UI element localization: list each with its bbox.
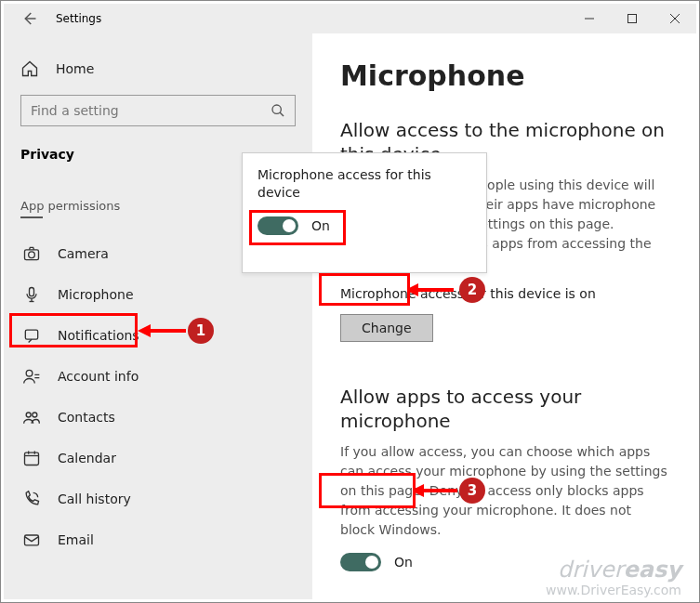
sidebar-item-label: Notifications [58,328,139,343]
search-box[interactable] [20,95,296,126]
sidebar-item-label: Contacts [58,410,115,425]
toggle-label: On [394,555,413,570]
toggle-track [258,216,298,235]
search-icon [271,103,285,118]
home-label: Home [56,61,94,76]
sidebar-item-account-info[interactable]: Account info [20,356,296,397]
search-input[interactable] [31,103,271,118]
sidebar: Home Privacy App permissions Camera Micr… [4,33,312,599]
window-controls [568,4,696,33]
toggle-track [340,553,381,571]
sidebar-item-label: Calendar [58,451,116,465]
maximize-button[interactable] [611,4,654,33]
svg-point-6 [26,370,33,376]
close-button[interactable] [654,4,696,33]
minimize-button[interactable] [568,4,611,33]
sidebar-item-label: Email [58,532,94,547]
settings-window: Settings Home Privacy App permissions [4,4,696,599]
toggle-thumb [283,219,296,232]
svg-rect-10 [25,535,39,545]
sidebar-item-call-history[interactable]: Call history [20,478,296,519]
sidebar-item-label: Microphone [58,287,134,302]
titlebar: Settings [4,4,696,33]
device-access-toggle[interactable]: On [258,216,471,235]
sidebar-item-label: Camera [58,246,109,261]
section-underline [20,216,43,218]
mic-access-popup: Microphone access for this device On [242,152,487,273]
svg-rect-5 [25,330,37,339]
contacts-icon [22,408,41,426]
call-history-icon [22,490,41,508]
microphone-icon [22,285,41,304]
popup-title: Microphone access for this device [258,166,471,202]
back-icon[interactable] [20,10,37,27]
sidebar-home[interactable]: Home [20,59,296,78]
sidebar-item-email[interactable]: Email [20,519,296,560]
mic-access-status: Microphone access for this device is on [340,286,668,301]
change-button[interactable]: Change [340,314,433,342]
svg-point-8 [33,413,37,417]
sidebar-item-contacts[interactable]: Contacts [20,397,296,438]
main-content: Microphone Allow access to the microphon… [312,33,696,599]
svg-rect-9 [25,452,39,465]
account-icon [22,367,41,386]
svg-point-1 [272,105,281,113]
section2-desc: If you allow access, you can choose whic… [340,442,668,540]
toggle-thumb [365,556,378,569]
sidebar-item-label: Account info [58,369,139,384]
apps-access-toggle[interactable]: On [340,553,668,571]
sidebar-item-microphone[interactable]: Microphone [20,274,296,315]
sidebar-item-calendar[interactable]: Calendar [20,438,296,478]
toggle-label: On [311,218,330,233]
svg-rect-0 [628,15,637,23]
home-icon [20,59,39,78]
nav-list: Camera Microphone Notifications Account … [20,233,296,560]
sidebar-item-label: Call history [58,492,131,506]
svg-point-7 [26,413,31,417]
window-title: Settings [56,12,101,25]
calendar-icon [22,449,41,467]
svg-rect-4 [30,288,34,296]
email-icon [22,531,41,549]
camera-icon [22,244,41,263]
section2-heading: Allow apps to access your microphone [340,385,668,433]
sidebar-item-notifications[interactable]: Notifications [20,315,296,356]
page-title: Microphone [340,59,668,92]
svg-point-3 [29,252,35,258]
notifications-icon [22,326,41,345]
